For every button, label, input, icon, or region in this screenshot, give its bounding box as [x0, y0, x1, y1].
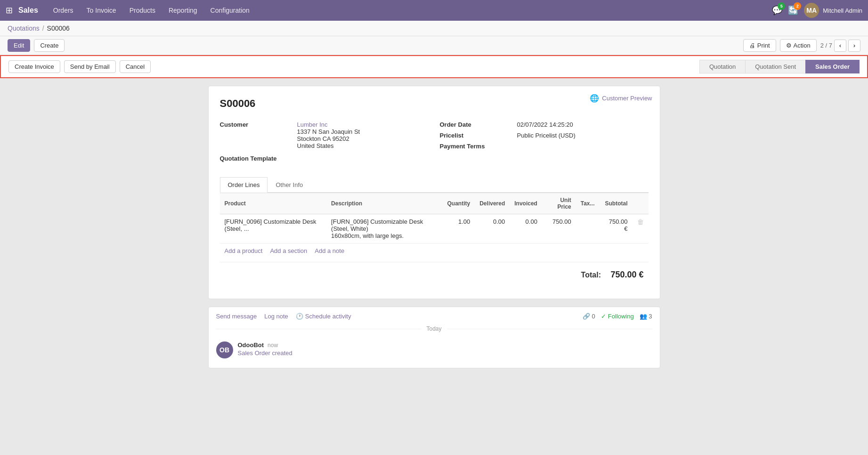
app-name[interactable]: Sales	[18, 6, 38, 15]
add-note-link[interactable]: Add a note	[315, 247, 344, 254]
tabs: Order Lines Other Info	[220, 177, 649, 193]
preview-icon: 🌐	[590, 94, 599, 103]
delete-icon[interactable]: 🗑	[637, 218, 644, 226]
toolbar-right: 🖨 Print ⚙ Action 2 / 7 ‹ ›	[743, 39, 860, 52]
order-date-field: Order Date 02/07/2022 14:25:20	[440, 121, 649, 128]
col-tax: Tax...	[576, 193, 600, 214]
create-invoice-button[interactable]: Create Invoice	[8, 60, 60, 73]
create-button[interactable]: Create	[34, 39, 65, 52]
nav-item-products[interactable]: Products	[124, 4, 161, 17]
action-bar: Create Invoice Send by Email Cancel Quot…	[0, 55, 868, 78]
row-tax	[576, 214, 600, 244]
col-product: Product	[220, 193, 327, 214]
document-title: S00006	[220, 98, 649, 110]
tab-other-info[interactable]: Other Info	[268, 177, 311, 193]
message-content: OdooBot now Sales Order created	[238, 341, 652, 357]
breadcrumb: Quotations / S00006	[0, 21, 868, 36]
edit-button[interactable]: Edit	[8, 39, 30, 52]
col-subtotal: Subtotal	[600, 193, 633, 214]
col-options	[633, 193, 649, 214]
order-lines-table: Product Description Quantity Delivered I…	[220, 193, 649, 244]
user-menu[interactable]: MA Mitchell Admin	[804, 3, 862, 18]
chatter-message: OB OdooBot now Sales Order created	[216, 338, 652, 362]
cancel-button[interactable]: Cancel	[120, 60, 151, 73]
left-fields: Customer Lumber Inc 1337 N San Joaquin S…	[220, 121, 429, 166]
following-button[interactable]: ✓ Following	[601, 313, 634, 320]
nav-item-to-invoice[interactable]: To Invoice	[81, 4, 122, 17]
nav-item-reporting[interactable]: Reporting	[163, 4, 203, 17]
today-divider: Today	[216, 325, 652, 332]
right-fields: Order Date 02/07/2022 14:25:20 Pricelist…	[440, 121, 649, 166]
customer-address1: 1337 N San Joaquin St	[297, 128, 429, 135]
bot-avatar: OB	[216, 341, 233, 358]
row-unit-price: 750.00	[542, 214, 576, 244]
prev-page-button[interactable]: ‹	[834, 40, 846, 52]
nav-item-orders[interactable]: Orders	[48, 4, 79, 17]
customer-field: Customer Lumber Inc 1337 N San Joaquin S…	[220, 121, 429, 149]
table-row: [FURN_0096] Customizable Desk (Steel, ..…	[220, 214, 649, 244]
pricelist-value: Public Pricelist (USD)	[517, 132, 649, 139]
nav-item-configuration[interactable]: Configuration	[205, 4, 255, 17]
chatter: Send message Log note 🕐 Schedule activit…	[208, 307, 660, 368]
add-section-link[interactable]: Add a section	[270, 247, 307, 254]
notifications-button[interactable]: 💬 5	[772, 5, 782, 16]
order-date-value: 02/07/2022 14:25:20	[517, 121, 649, 128]
col-description: Description	[326, 193, 442, 214]
activity-badge: 2	[794, 2, 801, 10]
page-info: 2 / 7	[820, 42, 832, 49]
breadcrumb-parent[interactable]: Quotations	[8, 24, 40, 32]
main-content: 🌐 Customer Preview S00006 Customer Lumbe…	[0, 78, 868, 376]
col-delivered: Delivered	[475, 193, 510, 214]
log-note-button[interactable]: Log note	[264, 313, 288, 320]
notification-badge: 5	[778, 2, 785, 10]
chatter-actions: Send message Log note 🕐 Schedule activit…	[216, 313, 652, 320]
toolbar: Edit Create 🖨 Print ⚙ Action 2 / 7 ‹ ›	[0, 36, 868, 55]
send-by-email-button[interactable]: Send by Email	[64, 60, 116, 73]
message-text: Sales Order created	[238, 349, 652, 357]
message-count: 🔗 0	[583, 313, 595, 320]
tab-order-lines[interactable]: Order Lines	[220, 177, 268, 193]
next-page-button[interactable]: ›	[848, 40, 860, 52]
print-button[interactable]: 🖨 Print	[743, 39, 776, 52]
customer-name-link[interactable]: Lumber Inc	[297, 121, 328, 128]
row-subtotal: 750.00 €	[600, 214, 633, 244]
col-unit-price: Unit Price	[542, 193, 576, 214]
quotation-template-field: Quotation Template	[220, 155, 429, 162]
chatter-right: 🔗 0 ✓ Following 👥 3	[583, 313, 652, 320]
breadcrumb-current: S00006	[47, 24, 70, 32]
payment-terms-field: Payment Terms	[440, 143, 649, 150]
row-description: [FURN_0096] Customizable Desk (Steel, Wh…	[326, 214, 442, 244]
add-product-link[interactable]: Add a product	[225, 247, 263, 254]
col-invoiced: Invoiced	[510, 193, 542, 214]
col-quantity: Quantity	[443, 193, 475, 214]
activities-button[interactable]: 🔄 2	[788, 5, 798, 16]
customer-preview-button[interactable]: 🌐 Customer Preview	[590, 94, 652, 103]
grid-icon[interactable]: ⊞	[6, 5, 13, 16]
status-quotation[interactable]: Quotation	[699, 60, 746, 73]
row-product: [FURN_0096] Customizable Desk (Steel, ..…	[220, 214, 327, 244]
breadcrumb-separator: /	[42, 24, 44, 32]
gear-icon: ⚙	[786, 42, 792, 49]
avatar: MA	[804, 3, 819, 18]
page-navigation: 2 / 7 ‹ ›	[820, 40, 860, 52]
status-sales-order[interactable]: Sales Order	[805, 60, 860, 73]
message-highlight: Sales Order created	[238, 349, 292, 357]
total-value: 750.00 €	[610, 270, 643, 279]
customer-address3: United States	[297, 142, 429, 149]
followers-count[interactable]: 👥 3	[640, 313, 652, 320]
document-card: 🌐 Customer Preview S00006 Customer Lumbe…	[208, 86, 660, 299]
schedule-activity-button[interactable]: 🕐 Schedule activity	[296, 313, 351, 320]
row-delivered: 0.00	[475, 214, 510, 244]
top-navigation: ⊞ Sales Orders To Invoice Products Repor…	[0, 0, 868, 21]
customer-address2: Stockton CA 95202	[297, 135, 429, 142]
check-icon: ✓	[601, 313, 606, 320]
message-header: OdooBot now	[238, 341, 652, 349]
row-delete[interactable]: 🗑	[633, 214, 649, 244]
message-icon: 🔗	[583, 313, 590, 320]
send-message-button[interactable]: Send message	[216, 313, 257, 320]
clock-icon: 🕐	[296, 313, 303, 320]
status-bar: Quotation Quotation Sent Sales Order	[699, 60, 860, 73]
nav-right-actions: 💬 5 🔄 2 MA Mitchell Admin	[772, 3, 862, 18]
action-button[interactable]: ⚙ Action	[780, 39, 817, 52]
status-quotation-sent[interactable]: Quotation Sent	[745, 60, 806, 73]
